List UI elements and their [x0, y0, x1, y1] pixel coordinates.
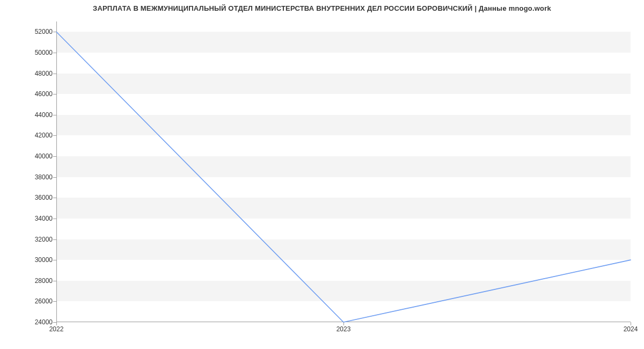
y-tick: [53, 53, 56, 53]
y-tick-label: 24000: [35, 318, 53, 326]
y-tick: [53, 198, 56, 198]
y-tick: [53, 74, 56, 74]
y-tick-label: 36000: [35, 194, 53, 201]
x-tick-label: 2024: [624, 325, 638, 333]
y-tick-label: 26000: [35, 297, 53, 305]
y-tick-label: 28000: [35, 277, 53, 285]
y-tick-label: 44000: [35, 111, 53, 119]
y-tick-label: 42000: [35, 132, 53, 139]
x-tick-label: 2023: [336, 325, 351, 333]
y-tick: [53, 115, 56, 115]
chart-title: ЗАРПЛАТА В МЕЖМУНИЦИПАЛЬНЫЙ ОТДЕЛ МИНИСТ…: [0, 4, 644, 12]
x-tick-label: 2022: [49, 325, 64, 333]
line-series: [56, 21, 631, 322]
y-tick-label: 46000: [35, 90, 53, 98]
y-tick: [53, 239, 56, 240]
y-tick: [53, 135, 56, 136]
y-tick: [53, 301, 56, 302]
y-tick: [53, 260, 56, 260]
y-tick: [53, 177, 56, 178]
y-tick-label: 34000: [35, 215, 53, 222]
plot-area: [56, 21, 631, 322]
chart-container: ЗАРПЛАТА В МЕЖМУНИЦИПАЛЬНЫЙ ОТДЕЛ МИНИСТ…: [0, 0, 644, 349]
y-tick-label: 30000: [35, 256, 53, 264]
y-tick: [53, 94, 56, 94]
y-tick: [53, 281, 56, 281]
y-tick: [53, 219, 56, 219]
y-tick: [53, 156, 56, 157]
y-tick-label: 40000: [35, 152, 53, 160]
y-tick: [53, 32, 56, 32]
y-tick-label: 52000: [35, 28, 53, 35]
y-tick-label: 50000: [35, 49, 53, 56]
y-tick-label: 48000: [35, 70, 53, 77]
y-tick-label: 32000: [35, 236, 53, 243]
y-tick-label: 38000: [35, 173, 53, 181]
